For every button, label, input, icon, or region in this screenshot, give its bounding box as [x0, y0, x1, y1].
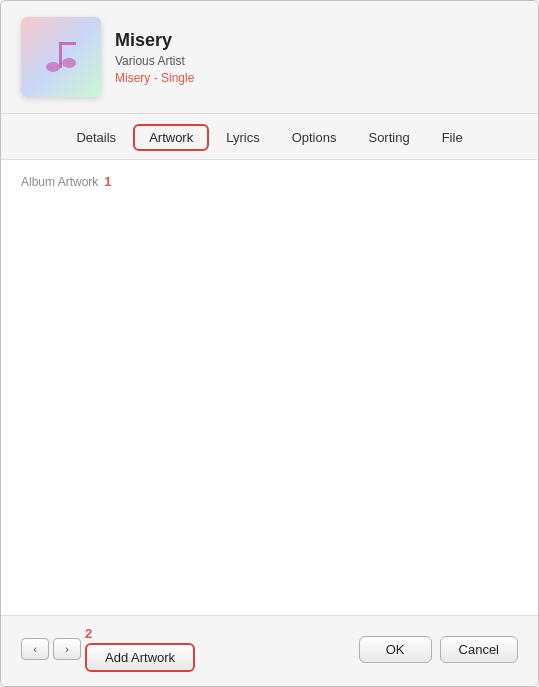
tab-details[interactable]: Details [61, 125, 131, 150]
annotation-2-badge: 2 [85, 626, 92, 641]
album-artwork-label: Album Artwork 1 [21, 174, 518, 189]
footer-right: OK Cancel [359, 636, 518, 663]
track-artist: Various Artist [115, 54, 194, 68]
tab-lyrics[interactable]: Lyrics [211, 125, 274, 150]
svg-rect-3 [59, 42, 76, 45]
svg-point-1 [62, 58, 76, 68]
cancel-button[interactable]: Cancel [440, 636, 518, 663]
footer: ‹ › 2 Add Artwork OK Cancel [1, 615, 538, 686]
footer-left: ‹ › 2 Add Artwork [21, 626, 195, 672]
tab-artwork[interactable]: Artwork [133, 124, 209, 151]
section-label-text: Album Artwork [21, 175, 98, 189]
next-button[interactable]: › [53, 638, 81, 660]
track-info: Misery Various Artist Misery - Single [115, 30, 194, 85]
add-artwork-wrapper: 2 Add Artwork [85, 626, 195, 672]
prev-button[interactable]: ‹ [21, 638, 49, 660]
window: Misery Various Artist Misery - Single De… [0, 0, 539, 687]
music-note-icon [41, 37, 81, 77]
header: Misery Various Artist Misery - Single [1, 1, 538, 114]
svg-rect-2 [59, 42, 62, 68]
track-album: Misery - Single [115, 71, 194, 85]
tab-file[interactable]: File [427, 125, 478, 150]
album-art-thumbnail [21, 17, 101, 97]
tab-sorting[interactable]: Sorting [353, 125, 424, 150]
tab-options[interactable]: Options [277, 125, 352, 150]
track-title: Misery [115, 30, 194, 51]
tabs-container: Details Artwork Lyrics Options Sorting F… [1, 114, 538, 151]
annotation-1-badge: 1 [104, 174, 111, 189]
content-area: Album Artwork 1 [1, 160, 538, 615]
ok-button[interactable]: OK [359, 636, 432, 663]
add-artwork-button[interactable]: Add Artwork [85, 643, 195, 672]
svg-point-0 [46, 62, 60, 72]
